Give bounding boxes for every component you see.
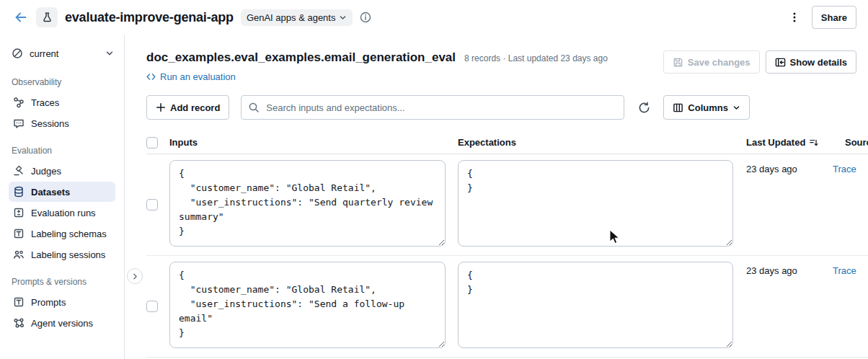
dataset-meta: 8 records · Last updated 23 days ago <box>464 53 608 63</box>
records-table: Inputs Expectations Last Updated Source … <box>146 131 868 359</box>
chevron-down-icon <box>339 14 347 22</box>
share-button[interactable]: Share <box>812 6 856 29</box>
trace-link[interactable]: Trace <box>833 164 856 174</box>
sidebar-item-labeling-schemas[interactable]: Labeling schemas <box>9 223 115 244</box>
chevron-down-icon <box>105 49 114 58</box>
column-header-inputs[interactable]: Inputs <box>169 137 458 148</box>
info-icon <box>360 12 371 23</box>
show-details-button[interactable]: Show details <box>766 50 856 74</box>
prompts-icon <box>13 296 25 308</box>
inputs-editor[interactable]: { "customer_name": "Global Retail", "use… <box>169 160 446 247</box>
dataset-title: doc_examples.eval_examples.email_generat… <box>146 50 456 65</box>
column-header-source[interactable]: Source <box>833 137 868 148</box>
sidebar-item-sessions[interactable]: Sessions <box>9 113 115 133</box>
code-icon <box>146 72 156 81</box>
sidebar-item-agent-versions[interactable]: Agent versions <box>9 313 115 333</box>
version-selector[interactable]: current <box>9 42 117 65</box>
agent-versions-icon <box>13 317 25 329</box>
row-checkbox[interactable] <box>146 301 158 312</box>
sessions-icon <box>13 118 25 129</box>
page-title: evaluate-improve-genai-app <box>65 10 234 25</box>
select-all-checkbox[interactable] <box>146 137 158 149</box>
row-checkbox[interactable] <box>146 199 158 210</box>
table-row: { "customer_name": "Global Retail", "use… <box>146 154 868 256</box>
expectations-editor[interactable]: { } <box>458 262 733 348</box>
columns-button[interactable]: Columns <box>663 95 750 120</box>
last-updated-value: 23 days ago <box>746 262 833 276</box>
chevron-right-icon <box>131 272 139 280</box>
main-content: Save changes Show details doc_examples.e… <box>125 35 868 359</box>
gavel-icon <box>13 165 25 177</box>
section-evaluation: Evaluation <box>12 146 117 156</box>
sidebar-collapse-button[interactable] <box>127 268 143 284</box>
trace-link[interactable]: Trace <box>833 265 856 276</box>
evaluation-runs-icon <box>13 207 25 218</box>
people-icon <box>13 249 25 260</box>
app-type-dropdown[interactable]: GenAI apps & agents <box>241 9 353 26</box>
info-button[interactable] <box>358 10 373 25</box>
panel-left-arrow-icon <box>775 57 786 68</box>
sidebar-item-traces[interactable]: Traces <box>9 92 115 112</box>
search-icon <box>248 102 260 113</box>
back-button[interactable] <box>12 8 30 27</box>
sidebar: current Observability Traces Sessions Ev… <box>0 35 125 359</box>
labeling-schemas-icon <box>13 228 25 239</box>
back-arrow-icon <box>13 9 29 25</box>
refresh-icon <box>638 102 650 114</box>
slash-circle-icon <box>12 48 23 59</box>
save-changes-button[interactable]: Save changes <box>663 50 760 74</box>
save-icon <box>673 57 683 68</box>
table-row: { "customer_name": "Global Retail", "use… <box>146 256 868 358</box>
last-updated-value: 23 days ago <box>746 160 833 174</box>
run-evaluation-link[interactable]: Run an evaluation <box>146 71 236 82</box>
add-record-button[interactable]: Add record <box>146 95 229 120</box>
column-header-last-updated[interactable]: Last Updated <box>746 137 833 148</box>
chevron-down-icon <box>732 104 740 112</box>
search-wrapper <box>241 95 624 120</box>
experiment-flask-icon <box>36 7 58 27</box>
sidebar-item-labeling-sessions[interactable]: Labeling sessions <box>9 244 115 265</box>
section-observability: Observability <box>12 77 117 87</box>
sidebar-item-prompts[interactable]: Prompts <box>9 292 115 312</box>
inputs-editor[interactable]: { "customer_name": "Global Retail", "use… <box>169 262 446 348</box>
kebab-icon <box>789 12 800 23</box>
section-prompts-versions: Prompts & versions <box>12 277 117 287</box>
sidebar-item-datasets[interactable]: Datasets <box>9 182 115 202</box>
refresh-button[interactable] <box>633 97 655 118</box>
table-header-row: Inputs Expectations Last Updated Source <box>146 131 868 154</box>
sidebar-item-judges[interactable]: Judges <box>9 161 115 181</box>
plus-icon <box>156 102 166 112</box>
expectations-editor[interactable]: { } <box>458 160 733 247</box>
traces-icon <box>13 97 25 108</box>
top-header-bar: evaluate-improve-genai-app GenAI apps & … <box>0 0 868 35</box>
database-icon <box>13 186 25 198</box>
column-header-expectations[interactable]: Expectations <box>458 137 746 148</box>
columns-icon <box>673 102 683 113</box>
search-input[interactable] <box>241 95 624 120</box>
sidebar-item-evaluation-runs[interactable]: Evaluation runs <box>9 203 115 223</box>
overflow-menu-button[interactable] <box>787 10 802 25</box>
toolbar: Add record Columns <box>146 95 868 120</box>
sort-descending-icon <box>809 138 819 148</box>
